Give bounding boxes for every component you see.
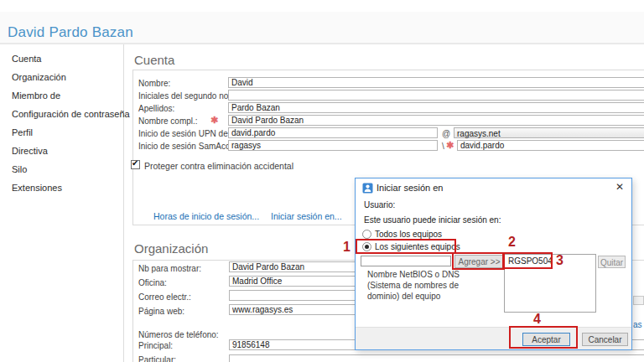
field-label-correo: Correo electr.: bbox=[138, 292, 191, 302]
sidebar-item-cuenta[interactable]: Cuenta bbox=[12, 54, 41, 64]
clipped-background-control bbox=[633, 296, 644, 305]
field-label-oficina: Oficina: bbox=[138, 278, 167, 287]
sidebar-item-config-contrasena[interactable]: Configuración de contraseña bbox=[12, 109, 130, 119]
sidebar-item-organizacion[interactable]: Organización bbox=[12, 72, 66, 82]
annotation-rect-step-1 bbox=[356, 239, 456, 254]
required-asterisk-icon: ✱ bbox=[210, 115, 218, 126]
dialog-title: Iniciar sesión en bbox=[377, 183, 444, 193]
field-label-particular: Particular: bbox=[138, 355, 176, 362]
annotation-rect-step-4 bbox=[509, 326, 578, 349]
field-label-apellidos: Apellidos: bbox=[138, 104, 174, 113]
nombre-input[interactable] bbox=[228, 77, 644, 88]
sidebar-item-miembro-de[interactable]: Miembro de bbox=[12, 90, 60, 101]
sidebar-divider bbox=[123, 44, 124, 362]
sidebar-item-directiva[interactable]: Directiva bbox=[12, 146, 48, 156]
annotation-rect-step-2 bbox=[452, 252, 505, 270]
checkmark-icon: ✔ bbox=[132, 158, 138, 168]
field-label-iniciales: Iniciales del segundo nom... bbox=[138, 91, 242, 101]
adac-user-properties-window: David Pardo Bazan Cuenta Organización Mi… bbox=[0, 0, 644, 362]
protect-deletion-label: Proteger contra eliminación accidental bbox=[144, 161, 293, 171]
close-icon[interactable]: ✕ bbox=[615, 181, 624, 193]
protect-deletion-checkbox[interactable]: ✔ bbox=[131, 160, 140, 169]
at-sign-icon: @ bbox=[442, 129, 450, 138]
phones-group-label: Números de teléfono: bbox=[138, 330, 219, 339]
dialog-user-icon bbox=[362, 182, 373, 193]
field-label-nombre: Nombre: bbox=[138, 79, 170, 88]
apellidos-input[interactable] bbox=[228, 102, 644, 113]
section-title-organizacion: Organización bbox=[134, 241, 208, 256]
samaccount-domain-input[interactable] bbox=[228, 140, 438, 151]
backslash-separator: \ bbox=[442, 142, 444, 151]
field-label-pagina-web: Página web: bbox=[138, 307, 184, 316]
help-text-line: dominio) del equipo bbox=[367, 292, 440, 301]
annotation-step-4: 4 bbox=[533, 312, 541, 327]
annotation-step-2: 2 bbox=[508, 235, 516, 250]
dialog-footer: Aceptar Cancelar bbox=[356, 327, 631, 349]
annotation-rect-step-3 bbox=[502, 252, 553, 269]
required-asterisk-icon: ✱ bbox=[446, 140, 454, 151]
sidebar-item-silo[interactable]: Silo bbox=[12, 164, 27, 174]
upn-input[interactable] bbox=[228, 127, 438, 138]
computer-name-input[interactable] bbox=[361, 256, 451, 266]
page-title: David Pardo Bazan bbox=[8, 24, 133, 41]
field-label-principal: Principal: bbox=[138, 341, 173, 350]
nombre-completo-input[interactable] bbox=[228, 115, 644, 126]
help-text-line: (Sistema de nombres de bbox=[367, 281, 459, 290]
upn-suffix-combobox[interactable]: ragasys.net bbox=[454, 127, 644, 138]
radio-all-computers-label: Todos los equipos bbox=[375, 230, 442, 239]
radio-all-computers[interactable] bbox=[362, 230, 371, 239]
clipped-background-link[interactable]: as v bbox=[633, 320, 644, 329]
sidebar-item-perfil[interactable]: Perfil bbox=[12, 127, 33, 137]
remove-computer-button[interactable]: Quitar bbox=[598, 256, 626, 268]
cancel-button[interactable]: Cancelar bbox=[582, 333, 628, 346]
dialog-description: Este usuario puede iniciar sesión en: bbox=[364, 215, 501, 225]
logon-hours-link[interactable]: Horas de inicio de sesión... bbox=[153, 211, 259, 221]
samaccount-name-input[interactable] bbox=[457, 140, 644, 151]
dialog-user-label: Usuario: bbox=[364, 200, 395, 209]
field-label-nb-mostrar: Nb para mostrar: bbox=[138, 264, 201, 273]
logon-to-link[interactable]: Iniciar sesión en... bbox=[271, 211, 342, 221]
annotation-step-3: 3 bbox=[556, 253, 564, 268]
sidebar-item-extensiones[interactable]: Extensiones bbox=[12, 183, 62, 193]
field-label-nombre-completo: Nombre compl.: bbox=[138, 116, 198, 126]
phone-home-input[interactable] bbox=[229, 354, 644, 362]
annotation-step-1: 1 bbox=[343, 240, 351, 255]
section-title-cuenta: Cuenta bbox=[134, 53, 174, 67]
help-text-line: Nombre NetBIOS o DNS bbox=[367, 270, 460, 279]
iniciales-input[interactable] bbox=[228, 90, 644, 101]
